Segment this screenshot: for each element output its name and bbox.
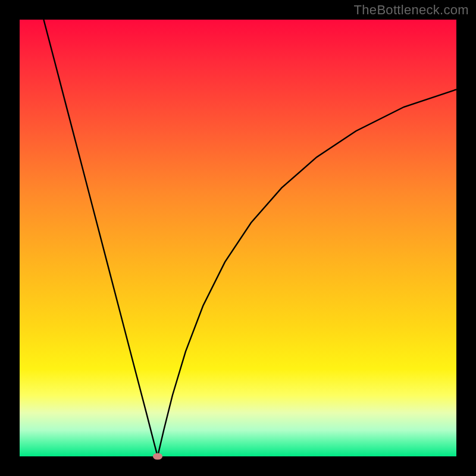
- watermark-text: TheBottleneck.com: [354, 2, 469, 18]
- plot-area: [20, 20, 456, 456]
- chart-frame: TheBottleneck.com: [0, 0, 476, 476]
- optimum-marker: [153, 453, 162, 460]
- curve-left-branch: [43, 20, 158, 456]
- curve-right-branch: [158, 89, 456, 456]
- chart-svg: [20, 20, 456, 456]
